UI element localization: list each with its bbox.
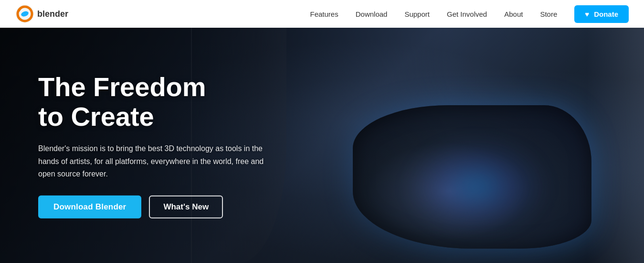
blender-logo-icon <box>15 4 34 23</box>
nav-about[interactable]: About <box>504 10 523 18</box>
nav-store[interactable]: Store <box>540 10 557 18</box>
nav-download[interactable]: Download <box>356 10 388 18</box>
hero-title: The Freedom to Create <box>38 72 267 131</box>
hero-subtitle: Blender's mission is to bring the best 3… <box>38 142 267 180</box>
hero-content: The Freedom to Create Blender's mission … <box>38 72 267 219</box>
donate-button[interactable]: Donate <box>574 5 629 23</box>
heart-icon <box>585 10 591 18</box>
download-blender-button[interactable]: Download Blender <box>38 196 141 219</box>
hero-section: The Freedom to Create Blender's mission … <box>0 28 644 263</box>
hero-buttons: Download Blender What's New <box>38 196 267 219</box>
nav-links: Features Download Support Get Involved A… <box>310 5 629 23</box>
nav-get-involved[interactable]: Get Involved <box>447 10 487 18</box>
svg-text:blender: blender <box>37 9 68 19</box>
blender-wordmark: blender <box>37 9 75 19</box>
navbar: blender Features Download Support Get In… <box>0 0 644 28</box>
logo-link[interactable]: blender <box>15 4 75 23</box>
nav-features[interactable]: Features <box>310 10 338 18</box>
nav-support[interactable]: Support <box>404 10 430 18</box>
whats-new-button[interactable]: What's New <box>149 196 223 219</box>
